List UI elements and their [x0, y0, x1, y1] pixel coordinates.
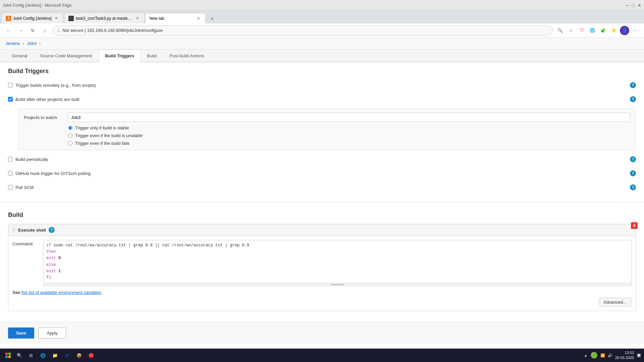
- taskbar-date-display: 26-05-2020: [615, 355, 634, 360]
- back-button[interactable]: ←: [4, 26, 13, 35]
- breadcrumb: Jenkins › Job4 ›: [0, 38, 644, 50]
- trigger-fails-option[interactable]: Trigger even if the build fails: [68, 141, 630, 146]
- tab-post-build[interactable]: Post-build Actions: [163, 50, 210, 62]
- address-bar[interactable]: ⚠ Not secure | 192.168.0.192:8080/job/Jo…: [52, 25, 553, 36]
- minimize-btn[interactable]: ─: [626, 3, 629, 8]
- tab-newtab[interactable]: New tab ✕: [145, 13, 206, 24]
- trigger-unstable-option[interactable]: Trigger even if the build is unstable: [68, 133, 630, 138]
- advanced-button[interactable]: Advanced...: [598, 298, 632, 307]
- poll-scm-checkbox[interactable]: [8, 185, 13, 190]
- build-after-others-row: Build after other projects are built ?: [8, 94, 636, 104]
- bottom-buttons: Save Apply: [0, 322, 644, 344]
- shield-icon[interactable]: 🛡: [577, 26, 586, 35]
- favorites-icon[interactable]: ☆: [566, 26, 576, 35]
- poll-scm-help[interactable]: ?: [630, 184, 636, 190]
- address-text: Not secure | 192.168.0.192:8080/job/Job4…: [62, 28, 163, 33]
- trigger-unstable-radio[interactable]: [68, 133, 72, 138]
- tab-source-code[interactable]: Source Code Management: [34, 50, 98, 62]
- taskbar-search-button[interactable]: 🔍: [15, 351, 24, 360]
- tab-newtab-title: New tab: [150, 16, 194, 21]
- collections-icon[interactable]: ⭐: [609, 26, 619, 35]
- build-triggers-section: Build Triggers Trigger builds remotely (…: [0, 62, 644, 202]
- env-vars-note: See the list of available environment va…: [12, 290, 632, 295]
- refresh-button[interactable]: ↻: [28, 26, 38, 35]
- build-periodically-help[interactable]: ?: [630, 156, 636, 162]
- trigger-remotely-label[interactable]: Trigger builds remotely (e.g., from scri…: [8, 83, 96, 88]
- breadcrumb-job4[interactable]: Job4: [27, 41, 36, 46]
- save-button[interactable]: Save: [8, 327, 34, 339]
- apply-button[interactable]: Apply: [38, 327, 66, 339]
- tab-newtab-close[interactable]: ✕: [196, 16, 201, 21]
- svg-rect-3: [8, 356, 11, 358]
- code-line-5: exit 1: [46, 268, 629, 275]
- trigger-fails-radio[interactable]: [68, 141, 72, 145]
- trigger-stable-radio[interactable]: [68, 126, 72, 130]
- trigger-stable-option[interactable]: Trigger only if build is stable: [68, 125, 630, 130]
- tab-github[interactable]: ⚫ task3_cnn/Task3.py at master · ra... ✕: [64, 13, 145, 23]
- svg-rect-2: [5, 356, 8, 358]
- github-hook-help[interactable]: ?: [630, 170, 636, 176]
- env-vars-link[interactable]: the list of available environment variab…: [21, 290, 101, 295]
- projects-watch-section: Projects to watch Trigger only if build …: [18, 108, 636, 150]
- trigger-remotely-checkbox[interactable]: [8, 83, 13, 87]
- extension-icon[interactable]: 🧩: [598, 26, 608, 35]
- taskbar-clock: 13:52 26-05-2020: [615, 350, 634, 361]
- close-btn[interactable]: ✕: [637, 3, 641, 8]
- svg-rect-0: [5, 353, 8, 355]
- execute-shell-block: X ⠿ Execute shell ? Command if sudo cat …: [8, 224, 636, 311]
- maximize-btn[interactable]: □: [632, 3, 635, 8]
- tab-jenkins-title: Job4 Config [Jenkins]: [13, 16, 52, 21]
- menu-icon[interactable]: ⋯: [631, 26, 640, 35]
- tab-jenkins[interactable]: J Job4 Config [Jenkins] ✕: [1, 13, 63, 23]
- drag-handle-icon: ⠿: [12, 228, 15, 232]
- projects-watch-input[interactable]: [68, 113, 630, 122]
- search-icon[interactable]: 🔍: [555, 26, 565, 35]
- code-line-2: then: [46, 249, 629, 255]
- taskbar-app-red[interactable]: 🔴: [86, 350, 97, 361]
- trigger-remotely-help[interactable]: ?: [630, 82, 636, 88]
- globe-icon[interactable]: 🌐: [588, 26, 597, 35]
- build-after-others-label[interactable]: Build after other projects are built: [8, 97, 79, 102]
- shell-body: Command if sudo cat /root/ws/accuracy.tx…: [8, 236, 636, 311]
- build-section: Build X ⠿ Execute shell ? Command if sud…: [0, 206, 644, 322]
- github-hook-row: GitHub hook trigger for GITScm polling ?: [8, 168, 636, 178]
- code-line-6: fi: [46, 275, 629, 281]
- tab-build[interactable]: Build: [141, 50, 163, 62]
- config-tabs: General Source Code Management Build Tri…: [0, 50, 644, 62]
- build-after-others-help[interactable]: ?: [630, 96, 636, 102]
- taskbar-box[interactable]: 📦: [74, 350, 85, 361]
- projects-watch-row: Projects to watch: [24, 113, 630, 122]
- tab-general[interactable]: General: [5, 50, 34, 62]
- github-hook-checkbox[interactable]: [8, 171, 13, 176]
- code-line-3: exit 0: [46, 255, 629, 261]
- build-triggers-title: Build Triggers: [8, 68, 636, 75]
- new-tab-button[interactable]: +: [208, 14, 217, 23]
- build-periodically-row: Build periodically ?: [8, 154, 636, 164]
- tab-jenkins-close[interactable]: ✕: [54, 16, 59, 21]
- profile-icon[interactable]: 👤: [620, 26, 629, 35]
- forward-button[interactable]: →: [16, 26, 25, 35]
- build-after-others-checkbox[interactable]: [8, 97, 13, 102]
- shell-close-button[interactable]: X: [631, 222, 638, 229]
- taskbar-edge[interactable]: 🌐: [38, 350, 48, 361]
- trigger-remotely-row: Trigger builds remotely (e.g., from scri…: [8, 80, 636, 90]
- poll-scm-label[interactable]: Poll SCM: [8, 185, 34, 190]
- breadcrumb-jenkins[interactable]: Jenkins: [5, 41, 20, 46]
- taskbar-right: ▲ 🟢 📶 🔊 13:52 26-05-2020 🔲: [584, 350, 641, 361]
- home-button[interactable]: ⌂: [40, 26, 50, 35]
- tab-build-triggers[interactable]: Build Triggers: [99, 50, 141, 62]
- shell-title: Execute shell: [18, 228, 46, 233]
- build-periodically-checkbox[interactable]: [8, 157, 13, 162]
- start-button[interactable]: [3, 350, 13, 361]
- code-line-4: else: [46, 262, 629, 268]
- security-icon: ⚠: [57, 28, 60, 33]
- tab-github-close[interactable]: ✕: [135, 16, 140, 21]
- taskbar-mail[interactable]: ✉: [62, 350, 72, 361]
- taskbar-taskview[interactable]: ⊞: [25, 350, 36, 361]
- taskbar-notification[interactable]: 🔲: [637, 353, 641, 358]
- build-section-title: Build: [8, 212, 636, 219]
- build-periodically-label[interactable]: Build periodically: [8, 157, 48, 162]
- shell-help-icon[interactable]: ?: [49, 227, 55, 233]
- taskbar-explorer[interactable]: 📁: [50, 350, 60, 361]
- github-hook-label[interactable]: GitHub hook trigger for GITScm polling: [8, 171, 91, 176]
